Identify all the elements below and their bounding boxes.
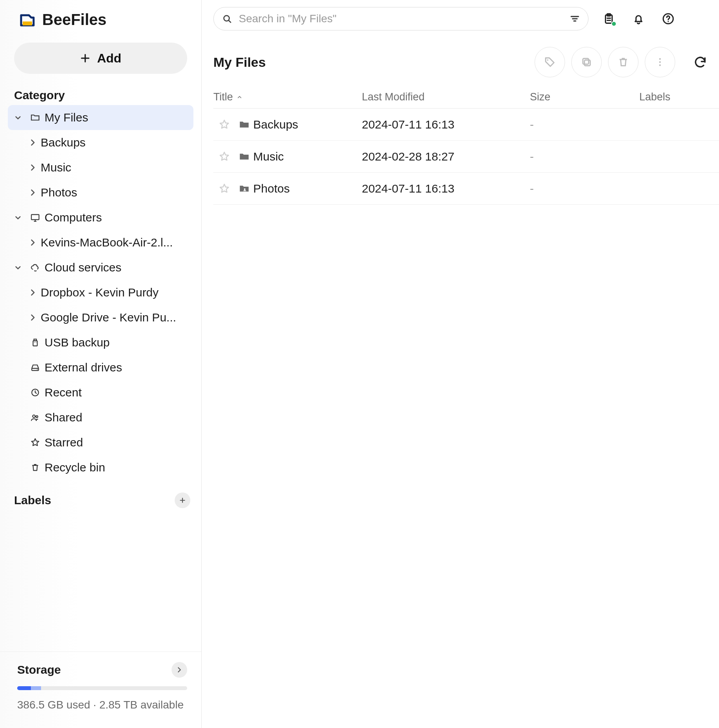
column-title-label: Title	[213, 91, 233, 103]
search-box[interactable]	[213, 7, 588, 30]
tag-button[interactable]	[535, 47, 565, 77]
file-modified: 2024-07-11 16:13	[362, 182, 530, 195]
sidebar-item-label: USB backup	[45, 336, 193, 349]
column-modified[interactable]: Last Modified	[362, 91, 530, 103]
column-labels[interactable]: Labels	[639, 91, 719, 103]
sidebar-item-usb-backup[interactable]: USB backup	[8, 330, 193, 355]
filter-icon[interactable]	[569, 13, 580, 24]
chevron-right-icon[interactable]	[25, 237, 41, 248]
star-toggle[interactable]	[213, 183, 235, 194]
svg-point-21	[659, 64, 661, 66]
chevron-down-icon[interactable]	[10, 112, 26, 123]
file-modified: 2024-02-28 18:27	[362, 150, 530, 163]
svg-rect-3	[34, 339, 37, 341]
svg-rect-18	[583, 59, 589, 64]
star-outline-icon	[218, 151, 230, 162]
help-button[interactable]	[659, 9, 678, 28]
sidebar-item-label: Computers	[45, 211, 193, 224]
chevron-down-icon[interactable]	[10, 262, 26, 273]
topbar	[202, 0, 719, 37]
chevron-right-icon[interactable]	[25, 162, 41, 173]
file-modified: 2024-07-11 16:13	[362, 118, 530, 131]
table-header: Title Last Modified Size Labels	[213, 86, 719, 109]
usb-icon	[26, 337, 45, 348]
trash-icon	[26, 462, 45, 473]
sidebar-item-external-drives[interactable]: External drives	[8, 355, 193, 380]
chevron-down-icon[interactable]	[10, 212, 26, 223]
star-toggle[interactable]	[213, 151, 235, 162]
sidebar-item-dropbox[interactable]: Dropbox - Kevin Purdy	[8, 280, 193, 305]
sidebar-item-label: Recent	[45, 386, 193, 399]
tasks-button[interactable]	[599, 9, 618, 28]
file-table: Title Last Modified Size Labels Backups …	[202, 86, 719, 728]
sidebar-item-recent[interactable]: Recent	[8, 380, 193, 405]
sidebar-item-label: Dropbox - Kevin Purdy	[41, 286, 193, 299]
sidebar-item-recycle-bin[interactable]: Recycle bin	[8, 455, 193, 480]
sidebar-item-music[interactable]: Music	[8, 155, 193, 180]
svg-point-16	[547, 59, 548, 61]
sidebar-item-cloud[interactable]: Cloud services	[8, 255, 193, 280]
sidebar-item-photos[interactable]: Photos	[8, 180, 193, 205]
storage-bar-other	[31, 686, 41, 690]
sidebar-item-my-files[interactable]: My Files	[8, 105, 193, 130]
add-label-button[interactable]	[175, 492, 190, 508]
svg-point-9	[33, 415, 36, 418]
table-row[interactable]: Photos 2024-07-11 16:13 -	[213, 173, 719, 205]
app-logo-icon	[19, 11, 36, 29]
sidebar-item-starred[interactable]: Starred	[8, 430, 193, 455]
file-name: Music	[253, 150, 362, 163]
file-name: Backups	[253, 118, 362, 131]
svg-point-10	[36, 416, 38, 418]
file-size: -	[530, 150, 639, 163]
sidebar-item-shared[interactable]: Shared	[8, 405, 193, 430]
column-title[interactable]: Title	[213, 91, 362, 103]
storage-bar	[17, 686, 187, 690]
column-labels-label: Labels	[639, 91, 671, 103]
star-outline-icon	[218, 183, 230, 194]
sidebar: BeeFiles Add Category My Files Backups M…	[0, 0, 202, 728]
drive-icon	[26, 362, 45, 373]
sidebar-item-label: Recycle bin	[45, 461, 193, 474]
labels-title: Labels	[14, 494, 51, 507]
cloud-sync-icon	[26, 262, 45, 273]
storage-section: Storage 386.5 GB used · 2.85 TB availabl…	[0, 651, 201, 728]
star-toggle[interactable]	[213, 119, 235, 130]
refresh-button[interactable]	[689, 51, 711, 73]
storage-details-button[interactable]	[172, 662, 187, 678]
sidebar-item-gdrive[interactable]: Google Drive - Kevin Pu...	[8, 305, 193, 330]
copy-button[interactable]	[571, 47, 602, 77]
star-icon	[26, 437, 45, 448]
column-size[interactable]: Size	[530, 91, 639, 103]
svg-rect-17	[585, 60, 590, 66]
svg-point-22	[244, 188, 245, 190]
chevron-right-icon[interactable]	[25, 312, 41, 323]
chevron-right-icon[interactable]	[25, 137, 41, 148]
svg-point-5	[36, 342, 36, 343]
svg-rect-0	[23, 21, 32, 25]
more-button[interactable]	[645, 47, 675, 77]
add-button-label: Add	[97, 51, 121, 66]
sidebar-item-label: Backups	[41, 136, 193, 149]
notifications-button[interactable]	[629, 9, 648, 28]
sidebar-item-label: Music	[41, 161, 193, 174]
table-row[interactable]: Music 2024-02-28 18:27 -	[213, 141, 719, 173]
sidebar-item-computers[interactable]: Computers	[8, 205, 193, 230]
delete-button[interactable]	[608, 47, 639, 77]
title-row: My Files	[202, 37, 719, 86]
sort-asc-icon	[236, 94, 243, 101]
sidebar-item-label: Cloud services	[45, 261, 193, 274]
folder-shared-icon	[235, 183, 253, 194]
folder-outline-icon	[26, 112, 45, 123]
storage-title: Storage	[17, 663, 61, 676]
svg-point-19	[659, 58, 661, 60]
chevron-right-icon[interactable]	[25, 187, 41, 198]
chevron-right-icon[interactable]	[25, 287, 41, 298]
sidebar-item-backups[interactable]: Backups	[8, 130, 193, 155]
help-icon	[662, 12, 675, 25]
table-row[interactable]: Backups 2024-07-11 16:13 -	[213, 109, 719, 141]
sidebar-item-kevin-mac[interactable]: Kevins-MacBook-Air-2.l...	[8, 230, 193, 255]
search-input[interactable]	[239, 12, 563, 25]
file-name: Photos	[253, 182, 362, 195]
add-button[interactable]: Add	[14, 43, 187, 74]
sidebar-spacer	[0, 511, 201, 651]
